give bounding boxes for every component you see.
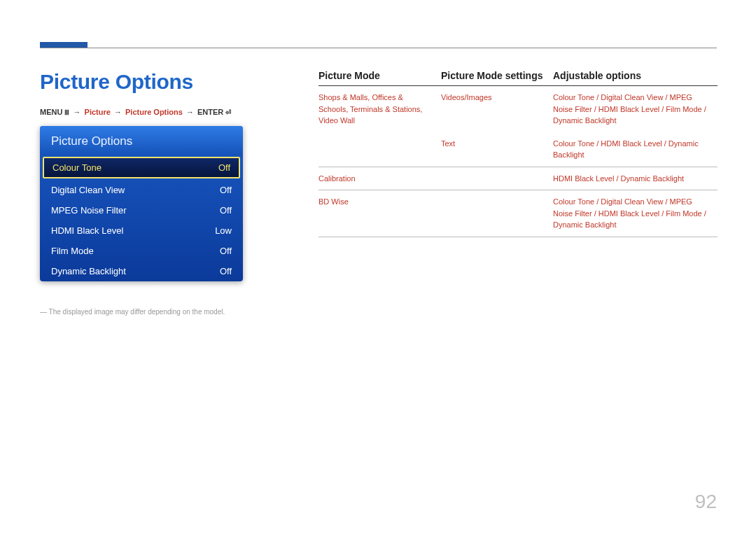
options-table: Picture Mode Picture Mode settings Adjus… (318, 70, 718, 237)
enter-icon: ⏎ (225, 108, 231, 116)
table-header-mode: Picture Mode (318, 70, 441, 81)
osd-panel: Picture Options Colour ToneOffDigital Cl… (40, 126, 243, 281)
osd-item-label: HDMI Black Level (51, 225, 123, 236)
table-cell-adjustable: HDMI Black Level / Dynamic Backlight (553, 173, 718, 185)
menu-icon: Ⅲ (64, 108, 69, 116)
osd-item-value: Off (220, 246, 232, 256)
osd-item[interactable]: Digital Clean ViewOff (40, 180, 243, 200)
header-rule (40, 48, 717, 48)
table-row: BD WiseColour Tone / Digital Clean View … (318, 190, 718, 237)
table-row: TextColour Tone / HDMI Black Level / Dyn… (318, 132, 718, 167)
breadcrumb-menu: MENU (40, 108, 62, 116)
osd-item[interactable]: Dynamic BacklightOff (40, 261, 243, 281)
osd-item[interactable]: Colour ToneOff (43, 157, 240, 178)
arrow-icon: → (186, 108, 194, 116)
table-cell-settings (441, 196, 553, 231)
table-cell-settings: Videos/Images (441, 92, 553, 127)
table-cell-mode: BD Wise (318, 196, 441, 231)
osd-item-value: Low (215, 225, 232, 236)
osd-item-label: Film Mode (51, 246, 94, 256)
breadcrumb-picture-options: Picture Options (125, 108, 183, 116)
osd-item[interactable]: MPEG Noise FilterOff (40, 200, 243, 220)
osd-title: Picture Options (40, 126, 243, 155)
table-header-adj: Adjustable options (553, 70, 718, 81)
breadcrumb-enter: ENTER (197, 108, 223, 116)
osd-item-value: Off (220, 185, 232, 195)
table-cell-settings: Text (441, 138, 553, 161)
table-row: CalibrationHDMI Black Level / Dynamic Ba… (318, 167, 718, 191)
table-cell-mode: Shops & Malls, Offices & Schools, Termin… (318, 92, 441, 127)
arrow-icon: → (74, 108, 81, 116)
arrow-icon: → (114, 108, 122, 116)
osd-item-label: Colour Tone (52, 162, 102, 173)
table-header-row: Picture Mode Picture Mode settings Adjus… (318, 70, 718, 86)
table-cell-settings (441, 173, 553, 185)
osd-item-value: Off (218, 162, 230, 173)
osd-item[interactable]: HDMI Black LevelLow (40, 220, 243, 241)
osd-item-value: Off (220, 266, 232, 276)
table-cell-adjustable: Colour Tone / Digital Clean View / MPEG … (553, 196, 718, 231)
page-title: Picture Options (40, 70, 193, 94)
osd-item[interactable]: Film ModeOff (40, 241, 243, 261)
osd-item-value: Off (220, 205, 232, 216)
page-number: 92 (695, 491, 717, 513)
table-row: Shops & Malls, Offices & Schools, Termin… (318, 86, 718, 132)
footnote: ― The displayed image may differ dependi… (40, 308, 225, 316)
osd-item-label: Dynamic Backlight (51, 266, 126, 276)
table-header-settings: Picture Mode settings (441, 70, 553, 81)
table-cell-adjustable: Colour Tone / Digital Clean View / MPEG … (553, 92, 718, 127)
osd-item-label: MPEG Noise Filter (51, 205, 127, 216)
table-cell-adjustable: Colour Tone / HDMI Black Level / Dynamic… (553, 138, 718, 161)
breadcrumb-picture: Picture (85, 108, 111, 116)
table-cell-mode: Calibration (318, 173, 441, 185)
header-accent-bar (40, 42, 88, 48)
table-cell-mode (318, 138, 441, 161)
breadcrumb: MENU Ⅲ → Picture → Picture Options → ENT… (40, 108, 231, 116)
osd-item-label: Digital Clean View (51, 185, 125, 195)
